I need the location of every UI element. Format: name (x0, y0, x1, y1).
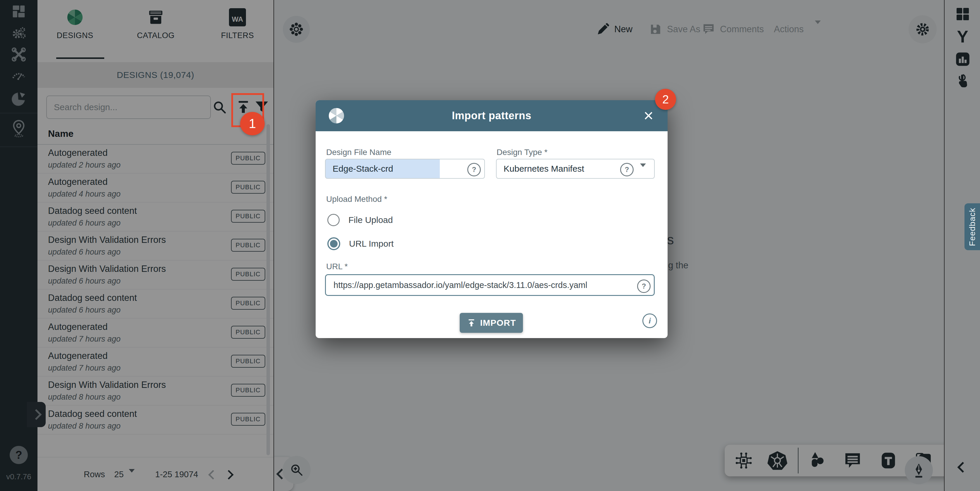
design-file-name-help-icon[interactable]: ? (467, 163, 481, 176)
design-type-help-icon[interactable]: ? (620, 163, 634, 176)
annotation-step1-badge: 1 (240, 112, 265, 136)
url-input[interactable] (325, 274, 655, 296)
upload-method-label: Upload Method * (326, 194, 387, 204)
feedback-label: Feedback (968, 208, 977, 246)
url-import-label: URL Import (349, 239, 393, 249)
file-upload-radio[interactable] (327, 214, 340, 226)
close-icon[interactable]: × (638, 105, 659, 125)
upload-icon (467, 318, 476, 328)
modal-title: Import patterns (316, 100, 668, 131)
url-label: URL * (326, 262, 348, 271)
import-label: IMPORT (480, 318, 516, 328)
url-import-option[interactable]: URL Import (327, 237, 393, 250)
modal-header: Import patterns × (316, 100, 668, 131)
import-patterns-modal: Import patterns × Design File Name ? Des… (316, 100, 668, 338)
file-upload-label: File Upload (348, 215, 393, 225)
design-file-name-input[interactable] (325, 159, 485, 179)
info-icon[interactable]: i (643, 314, 657, 328)
annotation-step2-badge: 2 (655, 89, 676, 110)
url-help-icon[interactable]: ? (637, 279, 651, 293)
import-button[interactable]: IMPORT (460, 313, 523, 333)
design-type-value: Kubernetes Manifest (504, 164, 584, 174)
feedback-tab[interactable]: Feedback (964, 203, 980, 250)
url-import-radio[interactable] (327, 237, 340, 250)
file-upload-option[interactable]: File Upload (327, 214, 393, 226)
design-file-name-label: Design File Name (326, 148, 391, 157)
design-type-caret-icon[interactable] (640, 167, 646, 172)
design-type-label: Design Type * (496, 148, 547, 157)
